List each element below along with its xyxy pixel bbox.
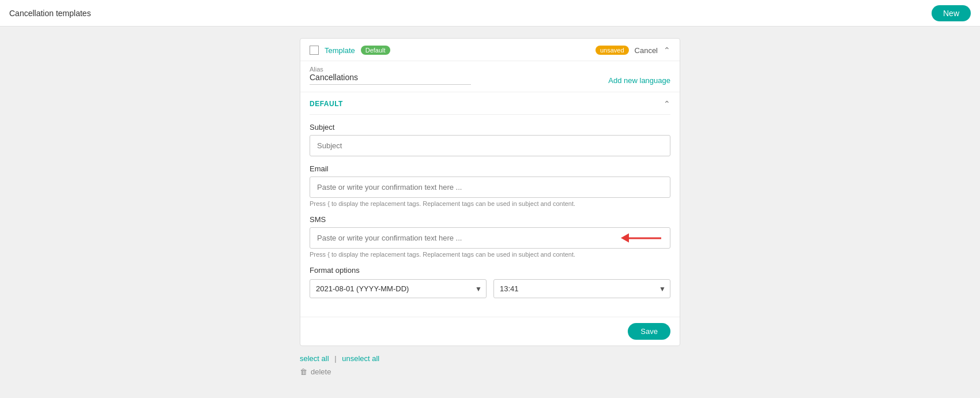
email-label: Email xyxy=(310,164,670,173)
subject-label: Subject xyxy=(310,123,670,132)
sms-hint: Press { to display the replacement tags.… xyxy=(310,251,670,258)
delete-row[interactable]: 🗑 delete xyxy=(300,367,680,376)
page-title: Cancellation templates xyxy=(9,9,91,18)
delete-label: delete xyxy=(311,367,331,376)
default-section-header: DEFAULT ⌃ xyxy=(310,92,670,115)
template-card: Template Default unsaved Cancel ⌃ Alias … xyxy=(300,38,680,346)
sms-label: SMS xyxy=(310,215,670,224)
unsaved-badge: unsaved xyxy=(595,46,629,55)
alias-label: Alias xyxy=(310,66,323,73)
sms-input[interactable] xyxy=(310,227,670,249)
cancel-link[interactable]: Cancel xyxy=(635,46,658,55)
link-separator: | xyxy=(334,354,336,363)
default-badge: Default xyxy=(361,46,390,55)
card-header-left: Template Default xyxy=(310,46,390,55)
template-label: Template xyxy=(325,46,355,55)
subject-input[interactable] xyxy=(310,135,670,156)
new-button[interactable]: New xyxy=(932,5,971,21)
red-arrow xyxy=(627,237,661,239)
sms-input-wrapper xyxy=(310,227,670,249)
date-format-select[interactable]: 2021-08-01 (YYYY-MM-DD) 01/08/2021 (DD/M… xyxy=(310,279,487,298)
alias-input[interactable] xyxy=(310,70,471,85)
default-section: DEFAULT ⌃ Subject Email Press { to displ… xyxy=(300,92,680,317)
page-header: Cancellation templates New xyxy=(0,0,980,27)
email-group: Email Press { to display the replacement… xyxy=(310,164,670,207)
template-checkbox[interactable] xyxy=(310,46,319,55)
unselect-all-button[interactable]: unselect all xyxy=(342,354,379,363)
time-format-select[interactable]: 13:41 1:41 PM xyxy=(493,279,670,298)
default-title: DEFAULT xyxy=(310,100,343,108)
date-format-wrapper: 2021-08-01 (YYYY-MM-DD) 01/08/2021 (DD/M… xyxy=(310,279,487,298)
collapse-icon[interactable]: ⌃ xyxy=(664,46,670,55)
bottom-actions: select all | unselect all 🗑 delete xyxy=(300,354,680,378)
sms-group: SMS Press { to display the replacement t… xyxy=(310,215,670,258)
subject-group: Subject xyxy=(310,123,670,156)
format-options-label: Format options xyxy=(310,266,670,275)
format-selects: 2021-08-01 (YYYY-MM-DD) 01/08/2021 (DD/M… xyxy=(310,279,670,298)
save-button[interactable]: Save xyxy=(628,323,670,340)
arrow-indicator xyxy=(627,237,661,239)
add-language-button[interactable]: Add new language xyxy=(608,76,670,85)
alias-row: Alias Add new language xyxy=(300,61,680,92)
select-all-button[interactable]: select all xyxy=(300,354,329,363)
default-collapse-icon[interactable]: ⌃ xyxy=(664,99,670,108)
main-content: Template Default unsaved Cancel ⌃ Alias … xyxy=(0,27,980,390)
email-input[interactable] xyxy=(310,177,670,198)
email-hint: Press { to display the replacement tags.… xyxy=(310,200,670,207)
bottom-links: select all | unselect all xyxy=(300,354,680,363)
card-footer: Save xyxy=(300,317,680,346)
card-header: Template Default unsaved Cancel ⌃ xyxy=(300,39,680,61)
time-format-wrapper: 13:41 1:41 PM ▼ xyxy=(493,279,670,298)
format-options-group: Format options 2021-08-01 (YYYY-MM-DD) 0… xyxy=(310,266,670,298)
trash-icon: 🗑 xyxy=(300,367,307,376)
alias-field: Alias xyxy=(310,70,471,85)
card-header-right: unsaved Cancel ⌃ xyxy=(595,46,670,55)
